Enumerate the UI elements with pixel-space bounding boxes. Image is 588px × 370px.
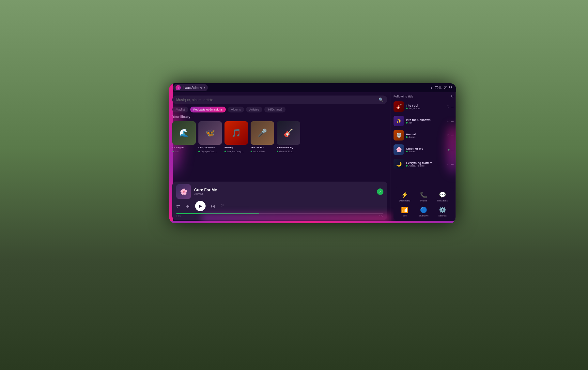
album-name-3: Je suis fan	[251, 146, 274, 149]
album-art-0: 🌊	[172, 121, 196, 145]
track-dot-1	[406, 122, 408, 124]
library-section: Your library 🌊 La vague Izia	[172, 115, 387, 179]
track-sub-2: Aurora	[406, 136, 445, 138]
album-artist-4: Guns N' Ros...	[277, 150, 300, 153]
like-button[interactable]: ♡	[221, 204, 224, 208]
previous-button[interactable]: ⏮	[185, 203, 190, 209]
album-card-2[interactable]: 🎵 Enemy Imagine Drago...	[224, 121, 248, 153]
track-sub-4: Aurora, Pomme	[406, 165, 445, 167]
filter-tabs: Playlist Podcasts et émissions Albums Ar…	[172, 107, 387, 112]
qa-label-dashboard: Dashboard	[399, 200, 410, 202]
qa-bluetooth[interactable]: 🔵 Bluetooth	[415, 205, 432, 218]
qa-label-messages: Messages	[437, 200, 448, 202]
green-dot-3	[251, 151, 252, 152]
playback-controls: ⇄ ⏮ ▶ ⏭ ♡	[176, 201, 383, 211]
status-bar: I Isaac Asimov ▾ ● 72% 21:38	[169, 83, 456, 92]
tab-albums[interactable]: Albums	[228, 107, 244, 112]
current-time: 2:13	[176, 215, 181, 217]
track-meta-1: Into the Unknown Jan	[406, 118, 445, 124]
now-playing-artist: Aurora	[194, 192, 374, 196]
album-grid: 🌊 La vague Izia 🦋 Les papillons	[172, 121, 387, 153]
status-right: ● 72% 21:38	[430, 86, 452, 90]
search-bar[interactable]: 🔍	[172, 96, 387, 104]
track-remove-0[interactable]: –	[451, 104, 454, 109]
album-card-3[interactable]: 🎤 Je suis fan Alice et Moi	[251, 121, 274, 153]
main-content: 🔍 Playlist Podcasts et émissions Albums …	[169, 92, 456, 223]
track-name-2: Animal	[406, 133, 445, 136]
track-item-0[interactable]: 🎸 The Fool Jan, Aurora ♡ –	[394, 100, 454, 113]
track-item-2[interactable]: 🐺 Animal Aurora ♡ –	[394, 129, 454, 142]
qa-label-settings: Settings	[438, 215, 446, 217]
search-input[interactable]	[176, 98, 376, 102]
refresh-icon[interactable]: ↻	[451, 95, 454, 98]
track-name-0: The Fool	[406, 104, 445, 107]
track-list: 🎸 The Fool Jan, Aurora ♡ – ✨	[394, 100, 454, 170]
qa-label-phone: Phone	[420, 200, 427, 202]
wifi-icon: 📶	[401, 206, 408, 214]
album-art-4: 🎸	[277, 121, 300, 145]
qa-settings[interactable]: ⚙️ Settings	[434, 205, 451, 218]
play-pause-button[interactable]: ▶	[195, 201, 206, 211]
album-artist-1: Olympe Chab...	[198, 150, 222, 153]
track-thumb-3: 🌸	[394, 144, 404, 155]
now-playing-top: 🌸 Cure For Me Aurora ♪	[176, 184, 383, 199]
now-playing-info: Cure For Me Aurora	[194, 188, 374, 196]
tab-podcasts[interactable]: Podcasts et émissions	[190, 107, 226, 112]
green-dot-1	[198, 151, 200, 152]
infotainment-screen: I Isaac Asimov ▾ ● 72% 21:38 🔍 Playlist …	[169, 83, 456, 223]
chevron-down-icon: ▾	[204, 86, 205, 89]
album-artist-2: Imagine Drago...	[224, 150, 248, 153]
next-button[interactable]: ⏭	[211, 203, 215, 209]
album-art-3: 🎤	[251, 121, 274, 145]
track-actions-0: ♡ –	[447, 104, 454, 109]
track-item-4[interactable]: 🌙 Everything Matters Aurora, Pomme ♡ –	[394, 157, 454, 170]
track-dot-3	[406, 151, 408, 152]
following-title-label: Following title	[394, 95, 413, 98]
album-card-4[interactable]: 🎸 Paradise City Guns N' Ros...	[277, 121, 300, 153]
track-like-0[interactable]: ♡	[447, 105, 450, 109]
track-actions-1: ♡ –	[447, 119, 454, 123]
battery-percent: 72%	[435, 86, 441, 90]
track-item-3[interactable]: 🌸 Cure For Me Aurora ♥ –	[394, 143, 454, 156]
track-meta-0: The Fool Jan, Aurora	[406, 104, 445, 110]
clock: 21:38	[444, 86, 452, 90]
user-profile-button[interactable]: I Isaac Asimov ▾	[173, 84, 208, 91]
track-thumb-2: 🐺	[394, 130, 404, 141]
album-art-1: 🦋	[198, 121, 222, 145]
right-panel: Following title ↻ 🎸 The Fool Jan, Aurora…	[391, 92, 456, 223]
bluetooth-qa-icon: 🔵	[420, 206, 427, 214]
qa-label-bluetooth: Bluetooth	[419, 215, 428, 217]
qa-dashboard[interactable]: ⚡ Dashboard	[396, 190, 413, 203]
track-dot-0	[406, 108, 408, 109]
following-title-header: Following title ↻	[394, 95, 454, 98]
track-meta-4: Everything Matters Aurora, Pomme	[406, 161, 445, 167]
album-name-2: Enemy	[224, 146, 248, 149]
track-meta-2: Animal Aurora	[406, 133, 445, 138]
library-title: Your library	[172, 115, 387, 119]
album-card-1[interactable]: 🦋 Les papillons Olympe Chab...	[198, 121, 222, 153]
tab-artistes[interactable]: Artistes	[246, 107, 262, 112]
qa-wifi[interactable]: 📶 Wifi	[396, 205, 413, 218]
track-item-1[interactable]: ✨ Into the Unknown Jan ♡ –	[394, 114, 454, 127]
album-art-2: 🎵	[224, 121, 248, 145]
track-sub-1: Jan	[406, 122, 445, 124]
avatar: I	[176, 85, 181, 90]
qa-label-wifi: Wifi	[403, 215, 407, 217]
track-remove-1[interactable]: –	[451, 119, 454, 123]
track-dot-4	[406, 165, 408, 167]
qa-phone[interactable]: 📞 Phone	[415, 190, 432, 203]
shuffle-button[interactable]: ⇄	[176, 203, 180, 209]
album-name-1: Les papillons	[198, 146, 222, 149]
phone-icon: 📞	[420, 191, 427, 199]
qa-messages[interactable]: 💬 Messages	[434, 190, 451, 203]
track-name-4: Everything Matters	[406, 161, 445, 165]
track-like-1[interactable]: ♡	[447, 119, 450, 123]
tab-telecharge[interactable]: Téléchargé	[264, 107, 286, 112]
track-sub-3: Aurora	[406, 150, 446, 153]
left-panel: 🔍 Playlist Podcasts et émissions Albums …	[169, 92, 391, 223]
track-thumb-0: 🎸	[394, 101, 404, 112]
bluetooth-icon: ●	[430, 86, 432, 90]
track-sub-0: Jan, Aurora	[406, 107, 445, 110]
now-playing-art: 🌸	[176, 184, 191, 199]
green-dot-2	[224, 151, 226, 152]
